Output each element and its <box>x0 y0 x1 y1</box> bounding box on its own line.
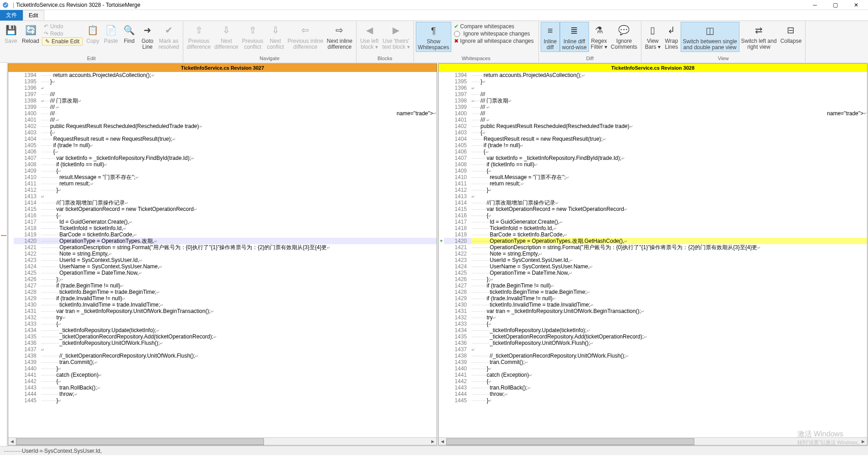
code-line[interactable]: 1410············result.Message·=·"门票不存在"… <box>439 174 867 180</box>
code-line[interactable]: 1402······public·RequestResult·Reschedul… <box>8 123 437 129</box>
find-button[interactable]: 🔍Find <box>120 22 138 45</box>
code-line[interactable]: 1429··········if·(trade.InvalidTime·!=·n… <box>439 295 867 302</box>
code-line[interactable]: 1416··········{↵ <box>439 212 867 219</box>
maximize-button[interactable]: ▢ <box>825 0 846 10</box>
next-inline-button[interactable]: ⇨Next inline difference <box>325 22 354 51</box>
code-line[interactable]: 1408··········if·(ticketInfo·==·null)↵ <box>439 161 867 168</box>
code-line[interactable]: 1442··········{↵ <box>439 378 867 384</box>
code-line[interactable]: 1409··········{↵ <box>439 168 867 174</box>
code-line[interactable]: 1428············ticketInfo.BeginTime·=·t… <box>439 289 867 295</box>
code-line[interactable]: 1395······}↵ <box>8 78 437 85</box>
code-line[interactable]: 1396↵ <box>8 85 437 91</box>
left-code-area[interactable]: 1394········return·accounts.ProjectedAsC… <box>8 72 437 437</box>
code-line[interactable]: 1422············Note·=·string.Empty,↵ <box>8 251 437 257</box>
code-line[interactable]: 1436············_ticketInfoRepository.Un… <box>8 340 437 346</box>
code-line[interactable]: 1423············UserId·=·SysContext.SysU… <box>8 257 437 263</box>
code-line[interactable]: 1409··········{↵ <box>8 168 437 174</box>
code-line[interactable]: 1424············UserName·=·SysContext.Sy… <box>439 263 867 270</box>
minimize-button[interactable]: ─ <box>805 0 825 10</box>
code-line[interactable]: 1407··········var·ticketInfo·=·_ticketIn… <box>8 155 437 161</box>
code-line[interactable]: 1404········RequestResult·result·=·new·R… <box>439 136 867 142</box>
code-line[interactable]: 1406········{↵ <box>8 149 437 155</box>
code-line[interactable]: 1440··········}↵ <box>8 365 437 372</box>
collapse-button[interactable]: ⊟Collapse <box>779 22 804 45</box>
scroll-left-icon[interactable]: ◀ <box>8 438 16 446</box>
goto-line-button[interactable]: ➜Goto Line <box>138 22 156 51</box>
code-line[interactable]: 1440··········}↵ <box>439 365 867 372</box>
code-line[interactable]: 1395······}↵ <box>439 78 867 85</box>
code-line[interactable]: 1443············tran.RollBack();↵ <box>439 384 867 391</box>
show-whitespaces-button[interactable]: ¶Show Whitespaces <box>416 22 452 52</box>
switch-pane-button[interactable]: ◫Switch between single and double pane v… <box>681 22 739 52</box>
ignore-comments-button[interactable]: 💬Ignore Comments <box>609 22 639 51</box>
code-line[interactable]: 1435············_ticketOperationRecordRe… <box>439 333 867 340</box>
code-line[interactable]: 1402······public·RequestResult·Reschedul… <box>439 123 867 129</box>
right-code-area[interactable]: 1394········return·accounts.ProjectedAsC… <box>439 72 867 437</box>
code-line[interactable]: 1401······///·↵ <box>439 117 867 123</box>
code-line[interactable]: 1419············BarCode·=·ticketInfo.Bar… <box>8 231 437 238</box>
right-hscroll[interactable]: ◀ ▶ <box>439 437 867 445</box>
compare-ws-radio[interactable]: ✔ Compare whitespaces <box>452 23 536 30</box>
code-line[interactable]: 1445··········}↵ <box>439 397 867 404</box>
locator-bar[interactable] <box>0 63 7 446</box>
ignore-ws-changes-radio[interactable]: Ignore whitespace changes <box>452 30 536 37</box>
code-line[interactable]: 1429··········if·(trade.InvalidTime·!=·n… <box>8 295 437 302</box>
code-line[interactable]: 1423············UserId·=·SysContext.SysU… <box>439 257 867 263</box>
code-line[interactable]: 1415··········var·ticketOperationRecord·… <box>8 206 437 212</box>
code-line[interactable]: 1403······{↵ <box>439 129 867 136</box>
code-line[interactable]: 1410············result.Message·=·"门票不存在"… <box>8 174 437 180</box>
code-line[interactable]: 1399······///·↵ <box>8 104 437 110</box>
code-line[interactable]: 1436············_ticketInfoRepository.Un… <box>439 340 867 346</box>
code-line[interactable]: 1432··········try↵ <box>8 314 437 321</box>
menu-edit[interactable]: Edit <box>23 10 44 20</box>
scroll-left-icon[interactable]: ◀ <box>439 438 446 446</box>
code-line[interactable]: +1420············OperationType·=·Operati… <box>439 238 867 244</box>
code-line[interactable]: 1411············return·result;↵ <box>8 180 437 187</box>
code-line[interactable]: 1420············OperationType·=·Operatio… <box>8 238 437 244</box>
code-line[interactable]: 1413↵ <box>439 193 867 200</box>
code-line[interactable]: 1400······///··name="trade">↵ <box>439 110 867 117</box>
code-line[interactable]: 1441··········catch·(Exception)↵ <box>439 372 867 378</box>
code-line[interactable]: 1404········RequestResult·result·=·new·R… <box>8 136 437 142</box>
ignore-all-ws-radio[interactable]: ✖ Ignore all whitespace changes <box>452 37 536 45</box>
code-line[interactable]: 1394········return·accounts.ProjectedAsC… <box>8 72 437 78</box>
code-line[interactable]: 1399······///·↵ <box>439 104 867 110</box>
code-line[interactable]: 1401······///·↵ <box>8 117 437 123</box>
code-line[interactable]: 1427··········if·(trade.BeginTime·!=·nul… <box>8 282 437 289</box>
code-line[interactable]: 1397······///·↵ <box>8 91 437 97</box>
code-line[interactable]: 1437↵ <box>439 346 867 353</box>
code-line[interactable]: 1438············//_ticketOperationRecord… <box>439 353 867 359</box>
close-button[interactable]: ✕ <box>846 0 866 10</box>
code-line[interactable]: 1433··········{↵ <box>439 321 867 327</box>
code-line[interactable]: 1405········if·(trade·!=·null)↵ <box>439 142 867 149</box>
view-bars-button[interactable]: ▯View Bars ▾ <box>643 22 662 51</box>
code-line[interactable]: 1418············TicketInfoId·=·ticketInf… <box>439 225 867 231</box>
code-line[interactable]: 1419············BarCode·=·ticketInfo.Bar… <box>439 231 867 238</box>
code-line[interactable]: 1430············ticketInfo.InvalidTime·=… <box>8 302 437 308</box>
code-line[interactable]: 1434············_ticketInfoRepository.Up… <box>439 327 867 333</box>
menu-file[interactable]: 文件 <box>0 10 23 20</box>
code-line[interactable]: 1426··········};↵ <box>439 276 867 282</box>
code-line[interactable]: 1427··········if·(trade.BeginTime·!=·nul… <box>439 282 867 289</box>
code-line[interactable]: 1444············throw;↵ <box>8 391 437 397</box>
code-line[interactable]: 1418············TicketInfoId·=·ticketInf… <box>8 225 437 231</box>
code-line[interactable]: 1425············OperationTime·=·DateTime… <box>8 270 437 276</box>
code-line[interactable]: 1406········{↵ <box>439 149 867 155</box>
code-line[interactable]: 1426··········};↵ <box>8 276 437 282</box>
code-line[interactable]: 1439············tran.Commit();↵ <box>8 359 437 365</box>
code-line[interactable]: 1445··········}↵ <box>8 397 437 404</box>
code-line[interactable]: 1416··········{↵ <box>8 212 437 219</box>
inline-diff-button[interactable]: ≡Inline diff <box>541 22 560 52</box>
left-hscroll[interactable]: ◀ ▶ <box>8 437 437 445</box>
code-line[interactable]: 1421············OperationDescription·=·s… <box>439 244 867 251</box>
code-line[interactable]: 1394········return·accounts.ProjectedAsC… <box>439 72 867 78</box>
code-line[interactable]: 1431··········var·tran·=·_ticketInfoRepo… <box>439 308 867 314</box>
code-line[interactable]: 1435············_ticketOperationRecordRe… <box>8 333 437 340</box>
code-line[interactable]: 1443············tran.RollBack();↵ <box>8 384 437 391</box>
code-line[interactable]: 1397······///·↵ <box>439 91 867 97</box>
code-line[interactable]: 1424············UserName·=·SysContext.Sy… <box>8 263 437 270</box>
wrap-lines-button[interactable]: ↲Wrap Lines <box>662 22 681 51</box>
code-line[interactable]: 1425············OperationTime·=·DateTime… <box>439 270 867 276</box>
enable-edit-button[interactable]: ✎Enable Edit <box>42 37 83 46</box>
reload-button[interactable]: 🔄Reload <box>20 22 41 45</box>
